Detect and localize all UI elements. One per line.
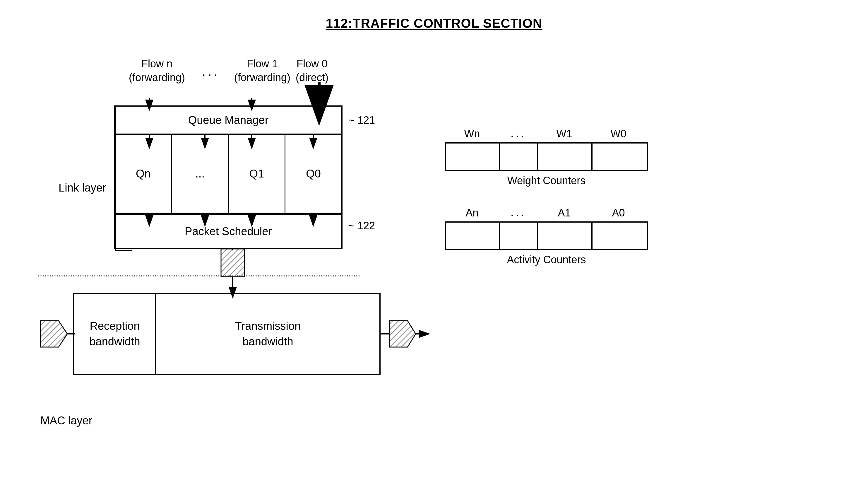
queue-qn: Qn (115, 135, 172, 213)
flow-n-label: Flow n (forwarding) (129, 57, 185, 85)
queue-q1: Q1 (229, 135, 286, 213)
w-dots: ... (499, 126, 537, 140)
w1-box (538, 144, 592, 170)
activity-counter-boxes (445, 222, 648, 250)
activity-counters-title: Activity Counters (445, 254, 648, 266)
an-label: An (445, 207, 499, 219)
wn-box (446, 144, 500, 170)
page-title: 112:TRAFFIC CONTROL SECTION (326, 16, 542, 31)
diagram-container: 112:TRAFFIC CONTROL SECTION Flow n (forw… (0, 0, 868, 502)
a0-label: A0 (591, 207, 645, 219)
svg-rect-17 (221, 249, 245, 277)
flow-0-label: Flow 0 (direct) (296, 57, 329, 85)
dotted-separator (38, 275, 360, 276)
mac-layer-label: MAC layer (40, 414, 92, 427)
an-box (446, 223, 500, 249)
a1-box (538, 223, 592, 249)
flow-dots: ... (202, 63, 220, 80)
queue-manager-box: Queue Manager (114, 105, 342, 135)
weight-counters-section: Wn ... W1 W0 Weight Counters (445, 126, 648, 187)
transmission-bandwidth: Transmissionbandwidth (156, 294, 379, 374)
a0-box (592, 223, 647, 249)
ref-122: ~ 122 (348, 220, 375, 232)
reception-bandwidth: Receptionbandwidth (74, 294, 156, 374)
activity-counters-section: An ... A1 A0 Activity Counters (445, 205, 648, 266)
queue-q0: Q0 (286, 135, 341, 213)
weight-counter-boxes (445, 142, 648, 171)
mac-layer-box: Receptionbandwidth Transmissionbandwidth (73, 293, 381, 375)
queues-area: Qn ... Q1 Q0 (114, 135, 342, 214)
packet-scheduler-label: Packet Scheduler (185, 225, 272, 238)
svg-marker-23 (389, 321, 416, 347)
svg-marker-20 (40, 321, 67, 347)
a-dots-box (500, 223, 538, 249)
w-dots-box (500, 144, 538, 170)
w1-label: W1 (537, 128, 591, 140)
flow-1-label: Flow 1 (forwarding) (234, 57, 290, 85)
w0-box (592, 144, 647, 170)
a-dots: ... (499, 205, 537, 219)
link-layer-label: Link layer (59, 182, 106, 194)
wn-label: Wn (445, 128, 499, 140)
queue-manager-label: Queue Manager (188, 114, 269, 126)
a1-label: A1 (537, 207, 591, 219)
w0-label: W0 (591, 128, 645, 140)
queue-dots: ... (172, 135, 229, 213)
weight-counters-title: Weight Counters (445, 175, 648, 187)
packet-scheduler-box: Packet Scheduler (114, 214, 342, 249)
ref-121: ~ 121 (348, 114, 375, 126)
